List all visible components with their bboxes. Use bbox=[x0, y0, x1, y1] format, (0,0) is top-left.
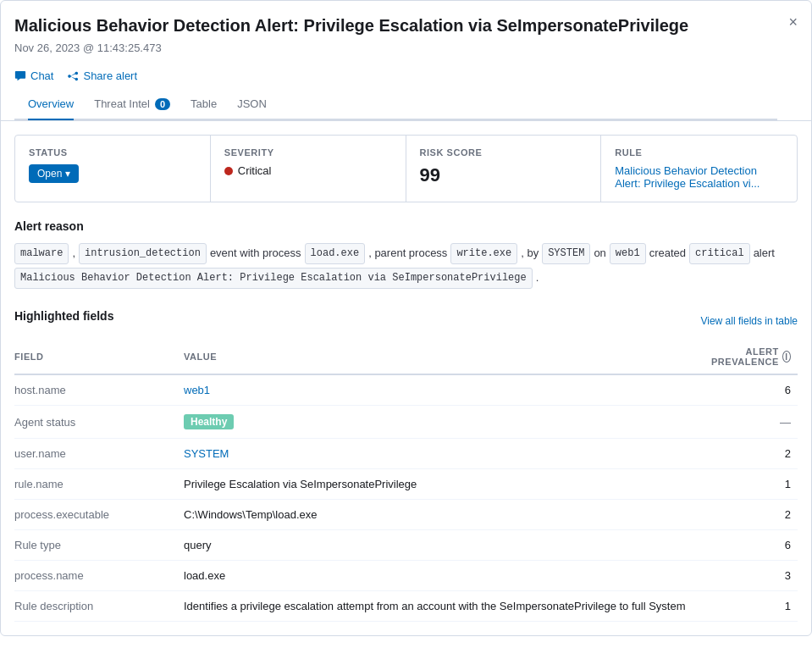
alert-reason-section: Alert reason malware , intrusion_detecti… bbox=[14, 219, 798, 289]
status-cell: Status Open ▾ bbox=[15, 136, 211, 202]
highlighted-fields-section: Highlighted fields View all fields in ta… bbox=[14, 309, 798, 622]
prevalence-info-icon[interactable]: i bbox=[782, 351, 791, 363]
tab-json[interactable]: JSON bbox=[237, 89, 267, 120]
view-all-fields-link[interactable]: View all fields in table bbox=[700, 315, 798, 327]
field-name: Rule type bbox=[14, 530, 184, 561]
field-value: C:\Windows\Temp\load.exe bbox=[184, 500, 708, 530]
fields-table: Field Value Alert prevalence i host.name… bbox=[14, 340, 798, 622]
table-row: Agent statusHealthy— bbox=[14, 406, 798, 439]
panel-actions: Chat Share alert bbox=[14, 63, 777, 89]
field-prevalence: 6 bbox=[708, 374, 798, 406]
share-icon bbox=[67, 70, 79, 82]
risk-score-cell: Risk Score 99 bbox=[406, 136, 602, 202]
fields-header: Highlighted fields View all fields in ta… bbox=[14, 309, 798, 333]
risk-score-value: 99 bbox=[420, 164, 588, 186]
field-prevalence: 2 bbox=[708, 500, 798, 530]
field-value: Privilege Escalation via SeImpersonatePr… bbox=[184, 469, 708, 500]
field-name: host.name bbox=[14, 374, 184, 406]
status-value: Open ▾ bbox=[29, 164, 196, 183]
table-row: host.nameweb16 bbox=[14, 374, 798, 406]
field-value[interactable]: SYSTEM bbox=[184, 439, 708, 469]
reason-text: malware , intrusion_detection event with… bbox=[14, 243, 798, 289]
field-value-link[interactable]: SYSTEM bbox=[184, 447, 229, 460]
table-row: user.nameSYSTEM2 bbox=[14, 439, 798, 469]
tag-loadexe: load.exe bbox=[305, 243, 366, 264]
open-status-button[interactable]: Open ▾ bbox=[29, 164, 79, 183]
panel-header: × Malicious Behavior Detection Alert: Pr… bbox=[1, 1, 811, 121]
field-column-header: Field bbox=[14, 340, 184, 374]
severity-dot bbox=[224, 167, 233, 175]
field-name: Rule description bbox=[14, 591, 184, 622]
chat-button[interactable]: Chat bbox=[14, 63, 53, 89]
panel-body: Status Open ▾ Severity Critical Risk Sco… bbox=[1, 121, 811, 635]
field-value: load.exe bbox=[184, 561, 708, 591]
field-value: Healthy bbox=[184, 406, 708, 439]
chat-icon bbox=[14, 70, 26, 82]
status-grid: Status Open ▾ Severity Critical Risk Sco… bbox=[14, 135, 798, 202]
field-prevalence: 1 bbox=[708, 469, 798, 500]
table-row: process.executableC:\Windows\Temp\load.e… bbox=[14, 500, 798, 530]
field-name: Agent status bbox=[14, 406, 184, 439]
field-value: Identifies a privilege escalation attemp… bbox=[184, 591, 708, 622]
tabs-bar: Overview Threat Intel 0 Table JSON bbox=[14, 89, 777, 120]
prevalence-column-header: Alert prevalence i bbox=[708, 340, 798, 374]
field-name: user.name bbox=[14, 439, 184, 469]
table-row: Rule descriptionIdentifies a privilege e… bbox=[14, 591, 798, 622]
panel-date: Nov 26, 2023 @ 11:43:25.473 bbox=[14, 42, 777, 54]
tab-overview[interactable]: Overview bbox=[28, 89, 74, 120]
field-prevalence: 2 bbox=[708, 439, 798, 469]
field-name: rule.name bbox=[14, 469, 184, 500]
field-prevalence: 6 bbox=[708, 530, 798, 561]
field-prevalence: 1 bbox=[708, 591, 798, 622]
chevron-down-icon: ▾ bbox=[65, 168, 70, 180]
tag-web1: web1 bbox=[610, 243, 646, 264]
tab-table[interactable]: Table bbox=[191, 89, 217, 120]
field-value[interactable]: web1 bbox=[184, 374, 708, 406]
field-prevalence: — bbox=[708, 406, 798, 439]
table-row: process.nameload.exe3 bbox=[14, 561, 798, 591]
close-button[interactable]: × bbox=[785, 11, 801, 33]
table-row: Rule typequery6 bbox=[14, 530, 798, 561]
share-alert-button[interactable]: Share alert bbox=[67, 63, 137, 89]
severity-cell: Severity Critical bbox=[211, 136, 406, 202]
tag-system: SYSTEM bbox=[542, 243, 590, 264]
field-value-link[interactable]: web1 bbox=[184, 384, 210, 396]
table-header-row: Field Value Alert prevalence i bbox=[14, 340, 798, 374]
severity-value: Critical bbox=[224, 164, 392, 177]
tab-threat-intel[interactable]: Threat Intel 0 bbox=[94, 89, 170, 120]
panel-title: Malicious Behavior Detection Alert: Priv… bbox=[14, 14, 777, 36]
field-name: process.executable bbox=[14, 500, 184, 530]
healthy-badge: Healthy bbox=[184, 414, 234, 429]
rule-link[interactable]: Malicious Behavior Detection Alert: Priv… bbox=[615, 164, 760, 190]
rule-cell: Rule Malicious Behavior Detection Alert:… bbox=[601, 136, 797, 202]
tag-intrusion: intrusion_detection bbox=[79, 243, 207, 264]
value-column-header: Value bbox=[184, 340, 708, 374]
field-value: query bbox=[184, 530, 708, 561]
alert-panel: × Malicious Behavior Detection Alert: Pr… bbox=[0, 0, 812, 636]
field-name: process.name bbox=[14, 561, 184, 591]
field-prevalence: 3 bbox=[708, 561, 798, 591]
tag-malware: malware bbox=[14, 243, 69, 264]
tag-writeexe: write.exe bbox=[450, 243, 517, 264]
threat-intel-badge: 0 bbox=[155, 98, 170, 110]
tag-critical: critical bbox=[689, 243, 750, 264]
table-row: rule.namePrivilege Escalation via SeImpe… bbox=[14, 469, 798, 500]
tag-full-alert: Malicious Behavior Detection Alert: Priv… bbox=[14, 268, 533, 289]
